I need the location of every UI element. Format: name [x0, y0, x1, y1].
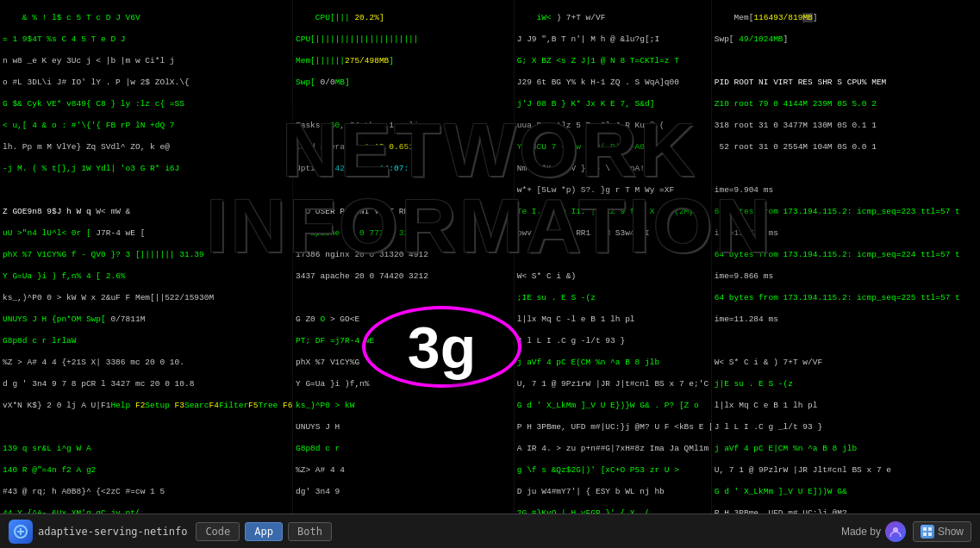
tab-code[interactable]: Code — [196, 522, 240, 541]
avatar — [885, 521, 906, 542]
made-by-section: Made by — [841, 521, 906, 542]
taskbar: adaptive-serving-netinfo Code App Both M… — [0, 514, 980, 548]
svg-rect-3 — [928, 527, 932, 531]
show-icon — [921, 525, 934, 539]
show-label: Show — [938, 526, 964, 538]
tab-app[interactable]: App — [245, 522, 283, 541]
made-by-label: Made by — [841, 526, 881, 538]
taskbar-left: adaptive-serving-netinfo Code App Both — [9, 520, 332, 544]
svg-rect-4 — [923, 532, 927, 536]
terminal-col-1: & % ! l$ c 5 T c D J V6V = 1 9$4T %s C 4… — [0, 0, 292, 514]
terminal-col-4: Mem[116493/819MB] Swp[ 49/1024MB] PID RO… — [711, 0, 980, 514]
terminal-col-2: CPU[||| 20.2%] CPU[|||||||||||||||||||||… — [292, 0, 514, 514]
show-button[interactable]: Show — [913, 521, 971, 542]
tab-both[interactable]: Both — [288, 522, 332, 541]
taskbar-right: Made by Show — [841, 521, 971, 542]
terminal-col-3: iW< ) 7+T w/VF J J9 ",B T n'| M h @ &lu?… — [514, 0, 711, 514]
app-name-label: adaptive-serving-netinfo — [38, 526, 187, 538]
app-icon — [9, 520, 33, 544]
svg-rect-2 — [923, 527, 927, 531]
svg-rect-5 — [928, 532, 932, 536]
terminal-background: & % ! l$ c 5 T c D J V6V = 1 9$4T %s C 4… — [0, 0, 980, 514]
